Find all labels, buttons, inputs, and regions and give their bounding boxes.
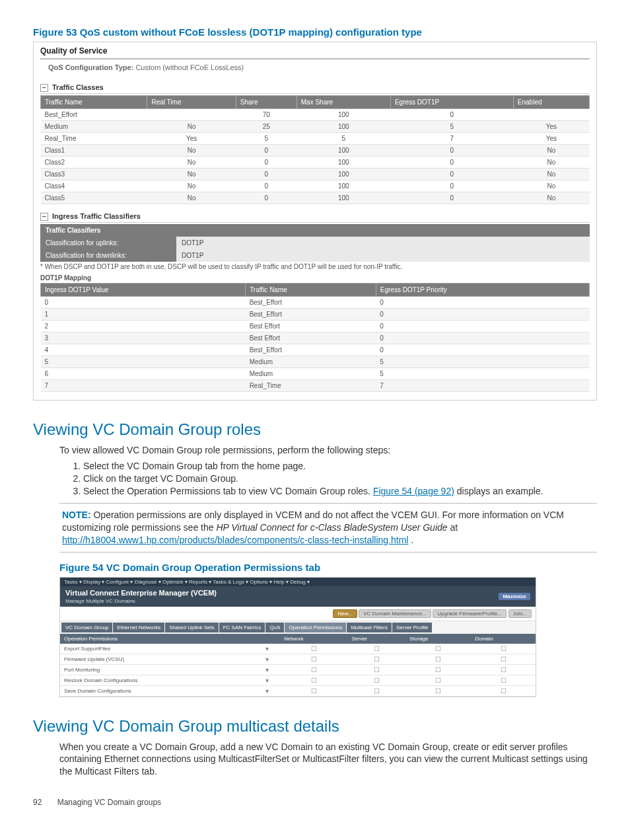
expand-icon[interactable]: ▾ (262, 644, 280, 654)
chapter-title: Managing VC Domain groups (57, 798, 161, 807)
permission-checkbox[interactable]: ☐ (347, 675, 405, 685)
mapping-header: DOT1P Mapping (40, 274, 590, 282)
tab-shared-uplink-sets[interactable]: Shared Uplink Sets (165, 623, 218, 632)
perm-label: Save Domain Configurations (60, 685, 262, 696)
table-cell: Class4 (41, 180, 147, 192)
roles-steps: Select the VC Domain Group tab from the … (73, 461, 597, 496)
table-row: Firmware Update (VCSU)▾☐☐☐☐ (60, 654, 536, 664)
table-cell: 0 (376, 344, 589, 356)
table-row: Best_Effort701000 (41, 109, 590, 121)
table-cell: Class3 (41, 169, 147, 180)
maximize-button[interactable]: Maximize (499, 593, 530, 600)
table-cell: 0 (390, 157, 513, 169)
step-3: Select the Operation Permissions tab to … (83, 486, 597, 496)
permission-checkbox[interactable]: ☐ (347, 654, 405, 664)
table-cell: Real_Time (41, 133, 147, 145)
table-cell: Medium (41, 121, 147, 133)
table-cell: 7 (41, 380, 246, 392)
permission-checkbox[interactable]: ☐ (405, 664, 471, 675)
expand-icon[interactable]: ▾ (262, 654, 280, 664)
table-header: Share (236, 96, 297, 109)
permission-checkbox[interactable]: ☐ (280, 644, 347, 654)
qos-config-value: Custom (without FCoE LossLess) (135, 63, 244, 71)
step-3-text: Select the Operation Permissions tab to … (83, 486, 373, 496)
traffic-classes-table: Traffic NameReal TimeShareMax ShareEgres… (40, 95, 590, 204)
classifier-footnote: * When DSCP and DOT1P are both in use, D… (40, 263, 590, 270)
table-cell: 0 (376, 309, 589, 321)
qos-config-type: QoS Configuration Type: Custom (without … (48, 63, 586, 71)
table-cell: No (147, 121, 236, 133)
note-label: NOTE: (62, 510, 91, 520)
top-menubar[interactable]: Tasks ▾ Display ▾ Configure ▾ Diagnose ▾… (60, 578, 536, 586)
permission-checkbox[interactable]: ☐ (405, 675, 471, 685)
permission-checkbox[interactable]: ☐ (471, 664, 536, 675)
table-cell: Yes (513, 133, 589, 145)
permission-checkbox[interactable]: ☐ (405, 644, 471, 654)
table-cell: Best_Effort (246, 297, 376, 309)
permission-checkbox[interactable]: ☐ (280, 654, 347, 664)
tab-server-profile[interactable]: Server Profile (392, 623, 432, 632)
join-button[interactable]: Join... (508, 609, 532, 618)
tab-fc-san-fabrics[interactable]: FC SAN Fabrics (219, 623, 265, 632)
figure54-caption: Figure 54 VC Domain Group Operation Perm… (59, 562, 597, 573)
traffic-classes-header[interactable]: Traffic Classes (40, 83, 590, 94)
maintenance-button[interactable]: VC Domain Maintenance... (359, 609, 431, 618)
permission-checkbox[interactable]: ☐ (280, 664, 347, 675)
permission-checkbox[interactable]: ☐ (347, 644, 405, 654)
table-cell: No (513, 157, 589, 169)
section-multicast-heading: Viewing VC Domain Group multicast detail… (33, 717, 597, 736)
permission-checkbox[interactable]: ☐ (280, 685, 347, 696)
table-cell: 7 (390, 133, 513, 145)
tab-ethernet-networks[interactable]: Ethernet Networks (113, 623, 164, 632)
table-cell: 0 (41, 297, 246, 309)
table-cell: 100 (297, 169, 390, 180)
expand-icon[interactable]: ▾ (262, 685, 280, 696)
section-roles-heading: Viewing VC Domain Group roles (33, 420, 597, 439)
table-cell (147, 109, 236, 121)
table-cell: Yes (147, 133, 236, 145)
perm-label: Export SupportFiles (60, 644, 262, 654)
step-1: Select the VC Domain Group tab from the … (83, 461, 597, 471)
tab-operation-permissions[interactable]: Operation Permissions (285, 623, 346, 632)
step-3-tail: displays an example. (457, 486, 543, 496)
permission-checkbox[interactable]: ☐ (471, 654, 536, 664)
table-row: Save Domain Configurations▾☐☐☐☐ (60, 685, 536, 696)
table-cell: 5 (376, 368, 589, 380)
expand-icon[interactable]: ▾ (262, 675, 280, 685)
permission-checkbox[interactable]: ☐ (405, 654, 471, 664)
figure54-link[interactable]: Figure 54 (page 92) (373, 486, 454, 496)
qos-panel-title: Quality of Service (40, 46, 590, 59)
table-cell: Class1 (41, 145, 147, 157)
table-row: Port Monitoring▾☐☐☐☐ (60, 664, 536, 675)
table-row: Class2No01000No (41, 157, 590, 169)
permission-checkbox[interactable]: ☐ (405, 685, 471, 696)
permission-checkbox[interactable]: ☐ (471, 644, 536, 654)
table-cell: 25 (236, 121, 297, 133)
table-cell: Class5 (41, 192, 147, 204)
permission-checkbox[interactable]: ☐ (471, 685, 536, 696)
qos-config-label: QoS Configuration Type: (48, 63, 133, 71)
table-cell: 0 (236, 180, 297, 192)
table-row: 5Medium5 (41, 356, 590, 368)
permission-checkbox[interactable]: ☐ (471, 675, 536, 685)
step-2: Click on the target VC Domain Group. (83, 473, 597, 484)
ingress-header[interactable]: Ingress Traffic Classifiers (40, 212, 590, 223)
permission-checkbox[interactable]: ☐ (347, 664, 405, 675)
new-button[interactable]: New... (333, 609, 357, 618)
table-row: 3Best Effort0 (41, 332, 590, 344)
table-row: Export SupportFiles▾☐☐☐☐ (60, 644, 536, 654)
permission-checkbox[interactable]: ☐ (280, 675, 347, 685)
table-row: Class1No01000No (41, 145, 590, 157)
note-link[interactable]: http://h18004.www1.hp.com/products/blade… (62, 535, 408, 545)
table-cell: 7 (376, 380, 589, 392)
expand-icon[interactable]: ▾ (262, 664, 280, 675)
table-header: Max Share (297, 96, 390, 109)
table-row: Real_TimeYes557Yes (41, 133, 590, 145)
permission-checkbox[interactable]: ☐ (347, 685, 405, 696)
table-header: Server (347, 634, 405, 644)
table-header: Ingress DOT1P Value (41, 284, 246, 297)
tab-qos[interactable]: QoS (265, 623, 284, 632)
upgrade-button[interactable]: Upgrade Firmware/Profile... (433, 609, 507, 618)
tab-multicast-filters[interactable]: Multicast Filters (347, 623, 392, 632)
tab-vc-domain-group[interactable]: VC Domain Group (61, 623, 112, 632)
